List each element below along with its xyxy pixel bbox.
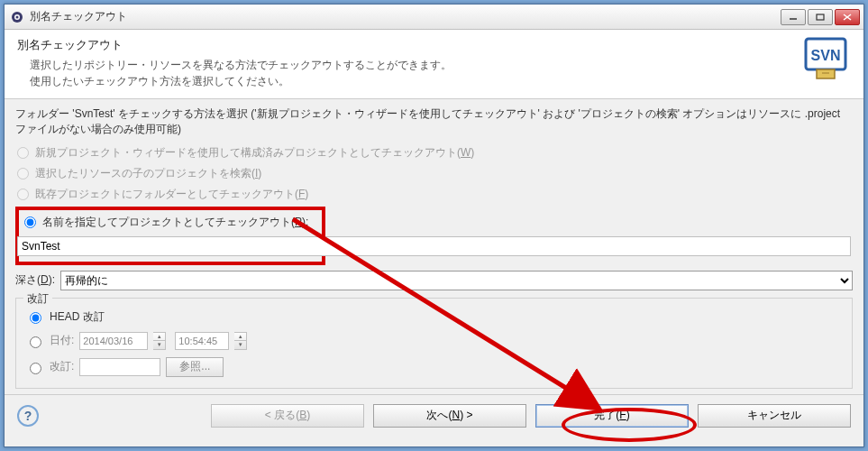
- app-icon: [10, 10, 24, 24]
- svg-point-2: [16, 15, 19, 18]
- revision-number-label: 改訂:: [50, 359, 74, 374]
- depth-row: 深さ(D): 再帰的に: [15, 271, 853, 290]
- maximize-button[interactable]: [808, 9, 833, 25]
- depth-select[interactable]: 再帰的に: [60, 271, 853, 290]
- revision-group: 改訂 HEAD 改訂 日付: ▲▼ ▲▼ 改訂: 参照...: [15, 298, 853, 389]
- revision-number-input[interactable]: [30, 363, 41, 374]
- revision-legend: 改訂: [23, 291, 52, 307]
- revision-head-input[interactable]: [30, 312, 41, 324]
- revision-date-field: [79, 332, 148, 350]
- window-buttons: [781, 9, 860, 25]
- browse-button: 参照...: [166, 357, 224, 377]
- radio-label-3: 既存プロジェクトにフォルダーとしてチェックアウト(F): [35, 187, 308, 202]
- radio-label-2: 選択したリソースの子のプロジェクトを検索(I): [35, 166, 261, 181]
- radio-existing-folder-input: [17, 189, 29, 200]
- instruction-text: フォルダー 'SvnTest' をチェックする方法を選択 ('新規プロジェクト・…: [15, 106, 853, 137]
- annotation-highlight-box: 名前を指定してプロジェクトとしてチェックアウト(P):: [15, 207, 325, 265]
- help-icon[interactable]: ?: [17, 405, 39, 427]
- header: 別名チェックアウト 選択したリポジトリー・リソースを異なる方法でチェックアウトす…: [5, 30, 863, 99]
- close-button[interactable]: [835, 9, 860, 25]
- radio-existing-folder: 既存プロジェクトにフォルダーとしてチェックアウト(F): [15, 184, 853, 205]
- cancel-button[interactable]: キャンセル: [698, 404, 851, 428]
- back-button: < 戻る(B): [211, 404, 364, 428]
- svn-icon: SVN: [800, 37, 851, 89]
- finish-button[interactable]: 完了(F): [535, 404, 689, 428]
- radio-label-4: 名前を指定してプロジェクトとしてチェックアウト(P):: [42, 215, 308, 230]
- depth-label: 深さ(D):: [15, 272, 55, 288]
- header-title: 別名チェックアウト: [17, 37, 800, 53]
- revision-time-field: [175, 332, 229, 350]
- radio-search-projects-input: [17, 168, 29, 179]
- revision-number-row: 改訂: 参照...: [25, 354, 843, 381]
- date-spinner[interactable]: ▲▼: [153, 332, 166, 350]
- dialog-window: 別名チェックアウト 別名チェックアウト 選択したリポジトリー・リソースを異なる方…: [4, 4, 864, 447]
- footer: ? < 戻る(B) 次へ(N) > 完了(F) キャンセル: [5, 394, 863, 437]
- revision-head-label: HEAD 改訂: [50, 309, 105, 325]
- project-name-input[interactable]: [17, 236, 851, 256]
- revision-date-input[interactable]: [30, 336, 41, 348]
- revision-head[interactable]: HEAD 改訂: [25, 306, 843, 328]
- radio-search-projects: 選択したリソースの子のプロジェクトを検索(I): [15, 163, 853, 184]
- revision-number-field: [79, 358, 160, 376]
- radio-label-1: 新規プロジェクト・ウィザードを使用して構成済みプロジェクトとしてチェックアウト(…: [35, 145, 474, 161]
- header-desc: 選択したリポジトリー・リソースを異なる方法でチェックアウトすることができます。 …: [17, 57, 800, 89]
- radio-named-project[interactable]: 名前を指定してプロジェクトとしてチェックアウト(P):: [23, 212, 318, 233]
- time-spinner[interactable]: ▲▼: [234, 332, 247, 350]
- next-button[interactable]: 次へ(N) >: [373, 404, 526, 428]
- minimize-button[interactable]: [781, 9, 806, 25]
- body: フォルダー 'SvnTest' をチェックする方法を選択 ('新規プロジェクト・…: [5, 99, 863, 394]
- svg-text:SVN: SVN: [811, 48, 841, 63]
- radio-named-project-input[interactable]: [24, 216, 36, 228]
- revision-date-label: 日付:: [50, 333, 74, 348]
- svg-rect-9: [817, 69, 835, 78]
- revision-date-row: 日付: ▲▼ ▲▼: [25, 328, 843, 354]
- content: 別名チェックアウト 選択したリポジトリー・リソースを異なる方法でチェックアウトす…: [5, 30, 863, 437]
- window-title: 別名チェックアウト: [30, 9, 781, 24]
- radio-new-project-wizard: 新規プロジェクト・ウィザードを使用して構成済みプロジェクトとしてチェックアウト(…: [15, 143, 853, 163]
- svg-rect-4: [817, 14, 824, 20]
- radio-new-project-wizard-input: [17, 147, 29, 159]
- titlebar: 別名チェックアウト: [5, 5, 863, 30]
